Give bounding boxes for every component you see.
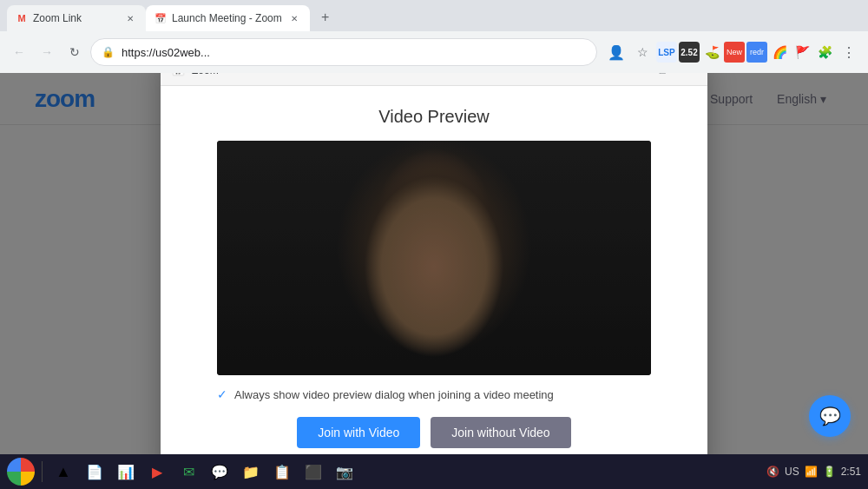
wifi-icon: 📶 bbox=[805, 466, 818, 478]
battery-icon: 🔋 bbox=[823, 466, 836, 478]
profile-icon[interactable]: 👤 bbox=[604, 40, 628, 64]
refresh-button[interactable]: ↻ bbox=[62, 40, 87, 64]
taskbar-slides-icon[interactable]: 📊 bbox=[112, 458, 140, 486]
dialog-title: Zoom bbox=[192, 73, 621, 76]
window-controls: — □ ✕ bbox=[628, 73, 697, 79]
tab2-favicon: 📅 bbox=[155, 12, 167, 24]
ext-icon-redr[interactable]: redr bbox=[746, 42, 767, 63]
checkbox-label: Always show video preview dialog when jo… bbox=[234, 388, 554, 401]
browser-frame: M Zoom Link ✕ 📅 Launch Meeting - Zoom ✕ … bbox=[0, 0, 868, 489]
forward-button[interactable]: → bbox=[35, 40, 59, 64]
taskbar-play-icon[interactable]: ▶ bbox=[143, 458, 171, 486]
url-bar[interactable]: 🔒 https://us02web... bbox=[90, 38, 597, 66]
taskbar-sep-1 bbox=[42, 461, 43, 482]
taskbar-zoom-icon[interactable]: 📷 bbox=[331, 458, 358, 486]
join-with-video-button[interactable]: Join with Video bbox=[297, 417, 420, 448]
tab-bar: M Zoom Link ✕ 📅 Launch Meeting - Zoom ✕ … bbox=[0, 0, 868, 31]
video-preview-area bbox=[217, 141, 651, 375]
taskbar-sheets-icon[interactable]: 📋 bbox=[268, 458, 296, 486]
taskbar-chrome-icon[interactable] bbox=[7, 458, 35, 486]
checkbox-row: ✓ Always show video preview dialog when … bbox=[217, 387, 651, 401]
taskbar-volume-icon: 🔇 bbox=[766, 466, 779, 478]
dialog-heading: Video Preview bbox=[378, 107, 489, 127]
minimize-button[interactable]: — bbox=[628, 73, 648, 79]
extension-icons: LSP 2.52 ⛳ New redr 🌈 🚩 🧩 bbox=[656, 42, 835, 63]
ext-icon-4[interactable]: 🌈 bbox=[769, 42, 790, 63]
taskbar-us-label: US bbox=[785, 466, 799, 478]
tab-launch-meeting[interactable]: 📅 Launch Meeting - Zoom ✕ bbox=[146, 5, 310, 31]
lock-icon: 🔒 bbox=[102, 46, 115, 58]
ext-icon-flag[interactable]: 🚩 bbox=[792, 42, 812, 63]
dialog-overlay: 📅 Zoom — □ ✕ Video Preview bbox=[0, 73, 868, 454]
close-button[interactable]: ✕ bbox=[676, 73, 697, 79]
tab2-close[interactable]: ✕ bbox=[287, 11, 301, 25]
tab-zoom-link[interactable]: M Zoom Link ✕ bbox=[7, 5, 146, 31]
ext-icon-puzzle[interactable]: 🧩 bbox=[814, 42, 835, 63]
taskbar-gdrive-icon[interactable]: ▲ bbox=[49, 458, 77, 486]
tab1-title: Zoom Link bbox=[33, 12, 118, 24]
toolbar-icons: 👤 ☆ LSP 2.52 ⛳ New redr 🌈 🚩 🧩 ⋮ bbox=[604, 40, 861, 64]
tab1-close[interactable]: ✕ bbox=[123, 11, 137, 25]
address-bar: ← → ↻ 🔒 https://us02web... 👤 ☆ LSP 2.52 … bbox=[0, 31, 868, 73]
taskbar-term-icon[interactable]: ⬛ bbox=[299, 458, 327, 486]
ext-icon-2[interactable]: 2.52 bbox=[679, 42, 700, 63]
taskbar-clock: 2:51 bbox=[841, 466, 861, 478]
taskbar-docs-icon[interactable]: 📄 bbox=[81, 458, 108, 486]
dialog-titlebar: 📅 Zoom — □ ✕ bbox=[161, 73, 707, 86]
page-content: zoom Support English ▾ 📅 Zoom — □ bbox=[0, 73, 868, 454]
star-icon[interactable]: ☆ bbox=[630, 40, 654, 64]
chat-icon: 💬 bbox=[819, 406, 841, 426]
taskbar-right: 🔇 US 📶 🔋 2:51 bbox=[766, 466, 861, 478]
tab1-favicon: M bbox=[16, 12, 28, 24]
zoom-dialog: 📅 Zoom — □ ✕ Video Preview bbox=[161, 73, 707, 454]
checkbox-check-icon: ✓ bbox=[217, 387, 227, 401]
maximize-button[interactable]: □ bbox=[652, 73, 673, 79]
taskbar-mail-icon[interactable]: ✉ bbox=[174, 458, 202, 486]
new-tab-button[interactable]: + bbox=[313, 5, 338, 30]
dialog-app-icon: 📅 bbox=[171, 73, 185, 77]
url-text: https://us02web... bbox=[122, 46, 586, 59]
dialog-body: Video Preview ✓ Always show video previe… bbox=[161, 86, 707, 454]
back-button[interactable]: ← bbox=[7, 40, 31, 64]
taskbar-chat-icon[interactable]: 💬 bbox=[206, 458, 233, 486]
ext-icon-new[interactable]: New bbox=[724, 42, 745, 63]
tab2-title: Launch Meeting - Zoom bbox=[172, 12, 282, 24]
dialog-buttons: Join with Video Join without Video bbox=[297, 417, 570, 448]
menu-icon[interactable]: ⋮ bbox=[837, 40, 861, 64]
ext-icon-1[interactable]: LSP bbox=[656, 42, 677, 63]
taskbar-files-icon[interactable]: 📁 bbox=[237, 458, 265, 486]
video-dark-overlay bbox=[217, 141, 651, 375]
taskbar: ▲ 📄 📊 ▶ ✉ 💬 📁 📋 ⬛ 📷 🔇 US 📶 🔋 2:51 bbox=[0, 454, 868, 489]
join-without-video-button[interactable]: Join without Video bbox=[431, 417, 570, 448]
ext-icon-3[interactable]: ⛳ bbox=[701, 42, 722, 63]
chat-bubble-button[interactable]: 💬 bbox=[809, 395, 851, 437]
